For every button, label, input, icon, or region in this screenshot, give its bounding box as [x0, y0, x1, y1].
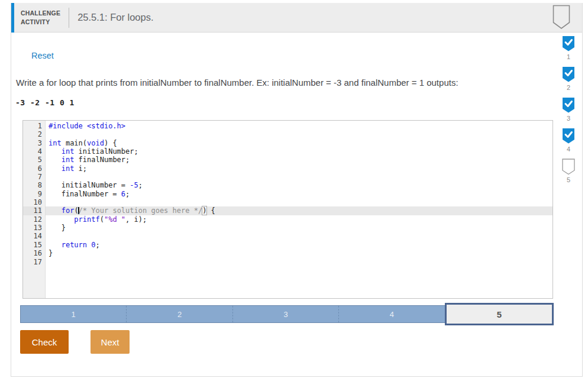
code-token: } [49, 224, 66, 232]
code-token: int [62, 164, 75, 173]
progress-segment-2: 2 [126, 306, 232, 322]
code-token: int [49, 139, 62, 147]
code-token [49, 156, 62, 164]
code-token: main( [62, 139, 87, 147]
code-token: , i); [125, 215, 147, 224]
editor-gutter: 1234567891011121314151617 [23, 121, 46, 298]
code-line[interactable]: return 0; [49, 241, 553, 249]
code-token: ; [138, 181, 143, 189]
challenge-activity-card: CHALLENGE ACTIVITY 25.5.1: For loops. Re… [11, 3, 583, 377]
code-line[interactable] [49, 198, 553, 206]
code-token: for [62, 206, 75, 215]
code-token: } [49, 249, 53, 257]
code-line[interactable]: printf("%d ", i); [49, 215, 553, 224]
check-button[interactable]: Check [20, 330, 69, 354]
code-token [49, 206, 62, 215]
gutter-line-number: 3 [23, 139, 42, 147]
code-token: { [206, 206, 215, 215]
code-token: "%d " [104, 215, 125, 224]
code-token: 0 [91, 241, 95, 249]
code-token: 6 [121, 190, 125, 198]
gutter-line-number: 15 [23, 241, 42, 249]
editor-code[interactable]: #include <stdio.h> int main(void) { int … [46, 121, 553, 298]
steps-rail: 12345 [560, 35, 577, 189]
code-token: #include <stdio.h> [49, 122, 125, 130]
step-number: 3 [567, 115, 570, 122]
shield-outline-icon [553, 5, 570, 32]
code-token: printf [74, 215, 99, 224]
progress-segment-5: 5 [445, 303, 554, 325]
code-token: return [62, 241, 87, 249]
progress-segment-4: 4 [338, 306, 444, 322]
code-token: initialNumber; [74, 147, 138, 156]
step-indicator-3: 3 [562, 97, 575, 122]
step-number: 2 [567, 84, 570, 91]
step-number: 1 [567, 53, 570, 60]
code-line[interactable]: } [49, 249, 553, 257]
activity-kicker: CHALLENGE ACTIVITY [21, 9, 60, 25]
check-shield-icon [562, 128, 575, 144]
check-shield-icon [562, 66, 575, 83]
code-line[interactable] [49, 258, 553, 266]
step-number: 4 [567, 146, 570, 153]
code-line[interactable]: } [49, 224, 553, 232]
gutter-line-number: 14 [23, 232, 42, 240]
step-number: 5 [567, 176, 570, 183]
code-token: int [62, 147, 75, 156]
code-editor[interactable]: 1234567891011121314151617 #include <stdi… [22, 120, 553, 299]
code-token [49, 215, 74, 224]
code-line[interactable]: finalNumber = 6; [49, 190, 553, 198]
code-token [49, 164, 62, 173]
kicker-line-2: ACTIVITY [21, 18, 60, 26]
gutter-line-number: 13 [23, 224, 42, 232]
activity-header: CHALLENGE ACTIVITY 25.5.1: For loops. [11, 3, 582, 33]
check-shield-icon [562, 97, 575, 114]
code-line[interactable]: initialNumber = -5; [49, 181, 553, 189]
code-line[interactable]: int main(void) { [49, 139, 553, 147]
code-line[interactable] [49, 232, 553, 240]
code-token [49, 147, 62, 156]
gutter-line-number: 9 [23, 190, 42, 198]
activity-title: 25.5.1: For loops. [77, 12, 153, 23]
gutter-line-number: 2 [23, 130, 42, 138]
gutter-line-number: 7 [23, 173, 42, 181]
gutter-line-number: 16 [23, 249, 42, 257]
progress-bar: 12345 [20, 305, 554, 323]
code-token: finalNumber = [49, 190, 121, 198]
code-token: /* Your solution goes here */ [79, 206, 203, 215]
progress-segment-3: 3 [232, 306, 338, 322]
code-token: finalNumber; [74, 156, 130, 164]
code-token: void [87, 139, 104, 147]
code-line[interactable]: for(/* Your solution goes here */) { [46, 206, 553, 215]
code-line[interactable]: int finalNumber; [49, 156, 553, 164]
step-indicator-2: 2 [562, 66, 575, 91]
gutter-line-number: 10 [23, 198, 42, 206]
code-line[interactable]: #include <stdio.h> [49, 122, 553, 130]
gutter-line-number: 5 [23, 156, 42, 164]
code-line[interactable] [49, 130, 553, 138]
gutter-line-number: 4 [23, 147, 42, 156]
code-token: ( [100, 215, 104, 224]
gutter-line-number: 11 [23, 206, 42, 215]
header-divider [69, 8, 69, 28]
step-indicator-5: 5 [562, 159, 575, 183]
progress-segment-1: 1 [21, 306, 126, 322]
next-button[interactable]: Next [91, 330, 130, 354]
code-line[interactable]: int initialNumber; [49, 147, 553, 156]
code-line[interactable]: int i; [49, 164, 553, 173]
gutter-line-number: 6 [23, 164, 42, 173]
code-token: ; [96, 241, 100, 249]
code-token: ) { [104, 139, 117, 147]
check-shield-icon [562, 35, 575, 52]
step-indicator-1: 1 [562, 35, 575, 60]
code-token: -5 [130, 181, 138, 189]
instruction-text: Write a for loop that prints from initia… [16, 77, 548, 88]
gutter-line-number: 17 [23, 258, 42, 266]
code-token: initialNumber = [49, 181, 130, 189]
gutter-line-number: 12 [23, 215, 42, 224]
code-line[interactable] [49, 173, 553, 181]
example-output: -3 -2 -1 0 1 [15, 98, 75, 107]
reset-link[interactable]: Reset [31, 51, 54, 60]
code-token: ; [125, 190, 130, 198]
gutter-line-number: 8 [23, 181, 42, 189]
